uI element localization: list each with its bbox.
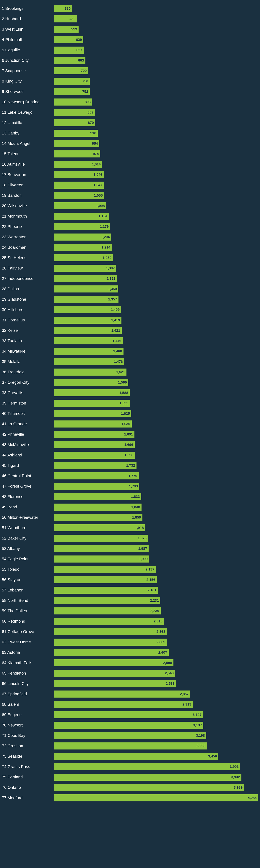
bar: 1,625 — [54, 410, 131, 417]
bar-row: 40 Tillamook1,625 — [2, 409, 258, 418]
bar: 1,560 — [54, 379, 128, 386]
bar: 1,239 — [54, 254, 113, 261]
bar-row: 65 Pendleton2,543 — [2, 669, 258, 678]
bar-wrapper: 1,357 — [54, 296, 258, 303]
bar: 1,204 — [54, 234, 111, 241]
bar-label: 26 Fairview — [2, 266, 54, 271]
bar-row: 30 Hillsboro1,409 — [2, 305, 258, 315]
bar: 1,419 — [54, 317, 121, 323]
bar-wrapper: 2,369 — [54, 639, 258, 646]
bar: 1,098 — [54, 203, 106, 209]
bar-value: 482 — [69, 17, 76, 21]
bar-label: 63 Astoria — [2, 650, 54, 655]
bar-wrapper: 918 — [54, 130, 258, 137]
bar: 1,999 — [54, 556, 149, 562]
bar-value: 1,055 — [94, 193, 103, 197]
bar-label: 77 Medford — [2, 796, 54, 800]
bar-value: 1,421 — [111, 329, 120, 333]
bar: 4,284 — [54, 794, 258, 801]
bar-value: 1,588 — [119, 391, 128, 395]
bar: 1,691 — [54, 431, 135, 438]
bar-row: 63 Astoria2,407 — [2, 648, 258, 657]
bar-wrapper: 663 — [54, 57, 258, 64]
bar-row: 73 Seaside3,450 — [2, 751, 258, 761]
bar-value: 1,357 — [108, 297, 117, 301]
bar: 3,450 — [54, 753, 219, 760]
bar: 2,857 — [54, 690, 190, 698]
bar-wrapper: 3,198 — [54, 732, 258, 739]
bar: 974 — [54, 150, 100, 157]
bar: 1,460 — [54, 348, 123, 355]
bar-row: 7 Scappoose722 — [2, 66, 258, 76]
bar-row: 54 Eagle Point1,999 — [2, 554, 258, 564]
bar-row: 34 Milwaukie1,460 — [2, 346, 258, 356]
bar-value: 1,696 — [124, 443, 133, 447]
bar-label: 67 Springfield — [2, 692, 54, 696]
bar-value: 519 — [71, 27, 77, 31]
bar-row: 12 Umatilla870 — [2, 118, 258, 128]
bar-row: 22 Phoenix1,179 — [2, 222, 258, 231]
bar-row: 51 Woodburn1,918 — [2, 523, 258, 533]
bar-wrapper: 482 — [54, 16, 258, 23]
bar-label: 43 McMinnville — [2, 442, 54, 447]
bar-wrapper: 2,407 — [54, 649, 258, 656]
bar-row: 45 Tigard1,732 — [2, 461, 258, 470]
bar-label: 37 Oregon City — [2, 380, 54, 385]
bar-row: 64 Klamath Falls2,508 — [2, 658, 258, 668]
bar-value: 1,154 — [98, 214, 107, 218]
bar-label: 75 Portland — [2, 775, 54, 779]
bar-label: 69 Eugene — [2, 712, 54, 717]
bar-wrapper: 2,508 — [54, 659, 258, 666]
bar: 1,476 — [54, 358, 124, 365]
bar-label: 44 Ashland — [2, 453, 54, 458]
bar: 3,208 — [54, 742, 207, 749]
chart-container: 1 Brookings3802 Hubbard4823 West Linn519… — [0, 0, 260, 807]
bar: 1,421 — [54, 327, 122, 334]
bar-row: 13 Canby918 — [2, 128, 258, 138]
bar: 1,833 — [54, 493, 141, 500]
bar: 2,368 — [54, 628, 167, 635]
bar-row: 29 Gladstone1,357 — [2, 294, 258, 304]
bar-label: 76 Ontario — [2, 785, 54, 790]
bar-wrapper: 3,137 — [54, 722, 258, 729]
bar-wrapper: 620 — [54, 36, 258, 43]
bar-label: 7 Scappoose — [2, 68, 54, 73]
bar-value: 1,521 — [116, 370, 125, 374]
bar: 1,357 — [54, 296, 118, 303]
bar-row: 41 La Grande1,630 — [2, 419, 258, 429]
bar-row: 20 Wilsonville1,098 — [2, 201, 258, 211]
bar-value: 3,932 — [231, 775, 240, 779]
bar-row: 17 Beaverton1,046 — [2, 170, 258, 180]
bar-row: 10 Newberg-Dundee803 — [2, 97, 258, 107]
bar-row: 39 Hermiston1,593 — [2, 398, 258, 408]
bar-row: 21 Monmouth1,154 — [2, 211, 258, 221]
bar-wrapper: 1,779 — [54, 472, 258, 479]
bar-label: 74 Grants Pass — [2, 764, 54, 769]
bar-wrapper: 627 — [54, 46, 258, 54]
bar: 1,793 — [54, 483, 139, 490]
bar-label: 20 Wilsonville — [2, 204, 54, 208]
bar-value: 1,046 — [93, 173, 102, 177]
bar: 3,137 — [54, 722, 203, 729]
bar-value: 2,156 — [146, 578, 155, 582]
bar-value: 1,593 — [119, 401, 128, 405]
bar: 1,696 — [54, 441, 135, 448]
bar: 1,047 — [54, 182, 104, 189]
bar-label: 41 La Grande — [2, 422, 54, 426]
bar-wrapper: 1,350 — [54, 285, 258, 292]
bar-value: 1,409 — [111, 308, 120, 312]
bar-value: 752 — [82, 90, 88, 94]
bar-label: 12 Umatilla — [2, 120, 54, 125]
bar-row: 36 Troutdale1,521 — [2, 367, 258, 377]
bar-value: 1,732 — [126, 464, 135, 468]
bar-row: 16 Aumsville1,014 — [2, 159, 258, 169]
bar-label: 70 Newport — [2, 723, 54, 727]
bar-value: 1,098 — [96, 204, 105, 208]
bar-wrapper: 3,932 — [54, 774, 258, 781]
bar-label: 55 Toledo — [2, 567, 54, 572]
bar-value: 918 — [90, 131, 96, 135]
bar-value: 870 — [88, 121, 94, 125]
bar-value: 2,239 — [150, 609, 159, 613]
bar-wrapper: 1,698 — [54, 452, 258, 459]
bar: 1,859 — [54, 514, 142, 521]
